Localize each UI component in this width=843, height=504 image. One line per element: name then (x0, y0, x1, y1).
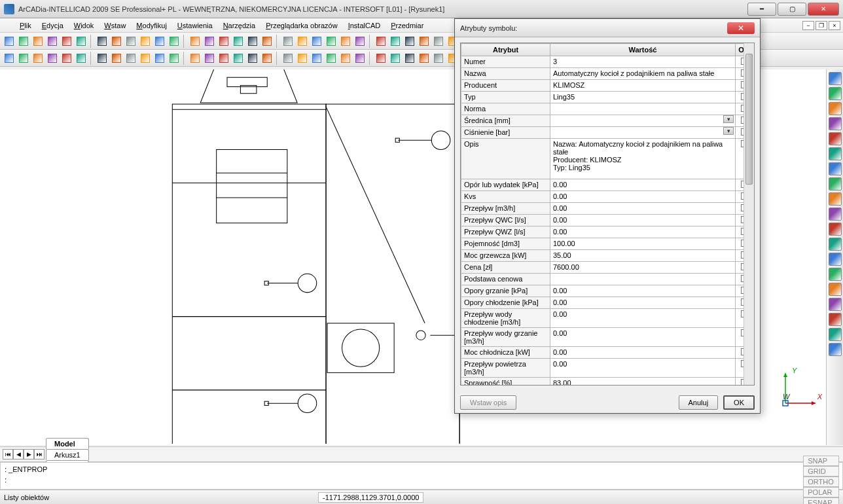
attr-value[interactable]: 0.00 (550, 226, 736, 238)
attr-value[interactable]: 0.00 (550, 179, 736, 191)
zoomext-button[interactable] (829, 147, 842, 160)
light-button[interactable] (829, 268, 842, 281)
scrollbar-thumb[interactable] (745, 54, 753, 185)
material-button[interactable] (829, 283, 842, 296)
attr-value[interactable]: 7600.00 (550, 262, 736, 274)
cloud-button[interactable] (389, 35, 402, 48)
front-button[interactable] (829, 192, 842, 206)
dialog-close-button[interactable]: ✕ (727, 22, 755, 34)
render-button[interactable] (829, 253, 842, 266)
freeze-button[interactable] (829, 313, 842, 326)
leader-button[interactable] (418, 52, 431, 65)
erase-button[interactable] (203, 35, 216, 48)
attr-value[interactable]: 83.00 (550, 378, 736, 386)
bold-button[interactable] (310, 52, 323, 65)
mdi-close[interactable]: × (829, 21, 840, 30)
italic-button[interactable] (325, 52, 338, 65)
cancel-button[interactable]: Anuluj (679, 395, 719, 410)
dimangle-button[interactable] (374, 52, 387, 65)
image-button[interactable] (310, 35, 323, 48)
mdi-restore[interactable]: ❐ (816, 21, 827, 30)
ellipse-button[interactable] (75, 52, 88, 65)
mirror-button[interactable] (203, 52, 216, 65)
polygon-button[interactable] (46, 52, 59, 65)
copy-button[interactable] (124, 35, 137, 48)
attr-value[interactable] (550, 274, 736, 285)
grid-scrollbar[interactable] (744, 43, 754, 385)
insert-desc-button[interactable]: Wstaw opis (460, 395, 516, 410)
maximize-button[interactable]: ▢ (778, 3, 806, 16)
snap-button[interactable] (374, 35, 387, 48)
layers-button[interactable] (246, 35, 259, 48)
menu-modyfikuj[interactable]: Modyfikuj (131, 20, 171, 31)
attr-value[interactable]: 3 (550, 56, 736, 68)
plot-button[interactable] (829, 343, 842, 356)
tab-arkusz1[interactable]: Arkusz1 (46, 449, 89, 460)
match-button[interactable] (153, 35, 166, 48)
attr-value[interactable]: 0.00 (550, 203, 736, 215)
attr-value[interactable]: Automatyczny kocioł z podajnikiem na pal… (550, 68, 736, 80)
open-button[interactable] (17, 35, 30, 48)
attr-value[interactable]: Ling35 (550, 92, 736, 103)
cut-button[interactable] (110, 35, 123, 48)
menu-narzędzia[interactable]: Narzędzia (218, 20, 261, 31)
tab-prev[interactable]: ◀ (13, 449, 24, 459)
text-button[interactable] (139, 52, 152, 65)
undo-button[interactable] (168, 35, 181, 48)
offset-button[interactable] (217, 52, 230, 65)
dim-button[interactable] (353, 35, 367, 48)
attr-value[interactable]: 0.00 (550, 347, 736, 359)
export-button[interactable] (96, 35, 109, 48)
chamfer-button[interactable] (281, 52, 295, 65)
tab-last[interactable]: ⏭ (34, 449, 45, 459)
attr-value[interactable] (550, 115, 736, 127)
hatch-button[interactable] (124, 52, 137, 65)
lineweight-button[interactable] (260, 35, 274, 48)
zoomout-button[interactable] (829, 102, 842, 115)
status-toggle-ortho[interactable]: ORTHO (803, 477, 839, 487)
arc-button[interactable] (17, 52, 30, 65)
attr-value[interactable]: 0.00 (550, 328, 736, 347)
command-prompt[interactable]: : (5, 475, 838, 485)
pline-button[interactable] (31, 52, 45, 65)
3dorbit-button[interactable] (829, 162, 842, 175)
app-button[interactable] (232, 35, 245, 48)
tab-next[interactable]: ▶ (24, 449, 34, 459)
table-button[interactable] (339, 52, 352, 65)
command-area[interactable]: : _ENTPROP : (0, 462, 843, 490)
stamp-button[interactable] (432, 35, 445, 48)
line-button[interactable] (3, 52, 16, 65)
tolerance-button[interactable] (432, 52, 445, 65)
tab-model[interactable]: Model (46, 438, 89, 449)
col-attribute[interactable]: Atrybut (461, 44, 550, 56)
fillet-button[interactable] (296, 52, 309, 65)
menu-wstaw[interactable]: Wstaw (99, 20, 131, 31)
sun-button[interactable] (418, 35, 431, 48)
shade-button[interactable] (829, 238, 842, 251)
save-button[interactable] (31, 35, 45, 48)
saveall-button[interactable] (46, 35, 59, 48)
attr-value[interactable]: KLIMOSZ (550, 80, 736, 92)
attr-value[interactable]: 35.00 (550, 250, 736, 262)
rect-button[interactable] (110, 52, 123, 65)
rotate-button[interactable] (168, 52, 181, 65)
attr-value[interactable]: 0.00 (550, 359, 736, 378)
attr-value[interactable] (550, 127, 736, 139)
close-button[interactable]: ✕ (808, 3, 839, 16)
move-button[interactable] (153, 52, 166, 65)
hyperlink-button[interactable] (325, 35, 338, 48)
new-button[interactable] (3, 35, 16, 48)
attr-value[interactable]: 0.00 (550, 191, 736, 203)
menu-ustawienia[interactable]: Ustawienia (172, 20, 218, 31)
menu-edycja[interactable]: Edycja (37, 20, 69, 31)
measure-button[interactable] (403, 35, 416, 48)
layer-button[interactable] (829, 298, 842, 311)
color-button[interactable] (339, 35, 352, 48)
circle-button[interactable] (60, 52, 73, 65)
zoomwin-button[interactable] (829, 117, 842, 130)
menu-instalcad[interactable]: InstalCAD (343, 20, 386, 31)
block-button[interactable] (296, 35, 309, 48)
attr-value[interactable] (550, 103, 736, 115)
menu-plik[interactable]: Plik (14, 20, 37, 31)
spline-button[interactable] (96, 52, 109, 65)
